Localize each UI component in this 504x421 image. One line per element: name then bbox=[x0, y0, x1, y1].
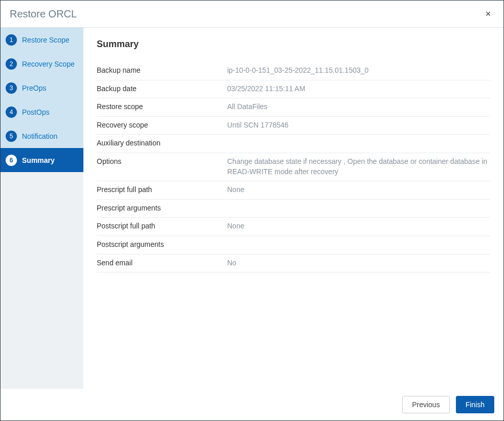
summary-label: Recovery scope bbox=[97, 116, 227, 135]
wizard-sidebar: 1 Restore Scope 2 Recovery Scope 3 PreOp… bbox=[1, 28, 83, 389]
close-button[interactable]: × bbox=[482, 8, 494, 20]
summary-row-restore-scope: Restore scope All DataFiles bbox=[97, 98, 490, 117]
summary-row-recovery-scope: Recovery scope Until SCN 1778546 bbox=[97, 116, 490, 135]
summary-row-prescript-arguments: Prescript arguments bbox=[97, 199, 490, 218]
sidebar-item-restore-scope[interactable]: 1 Restore Scope bbox=[1, 28, 83, 52]
step-number-icon: 6 bbox=[6, 155, 17, 166]
summary-value bbox=[227, 199, 490, 218]
summary-value: ip-10-0-0-151_03-25-2022_11.15.01.1503_0 bbox=[227, 62, 490, 80]
step-number-icon: 5 bbox=[6, 131, 17, 142]
summary-label: Postscript arguments bbox=[97, 236, 227, 254]
summary-value: Until SCN 1778546 bbox=[227, 116, 490, 135]
summary-value: Change database state if necessary , Ope… bbox=[227, 153, 490, 181]
sidebar-item-label: Notification bbox=[22, 132, 57, 140]
dialog-footer: Previous Finish bbox=[1, 389, 503, 420]
sidebar-item-notification[interactable]: 5 Notification bbox=[1, 124, 83, 148]
summary-value: None bbox=[227, 218, 490, 236]
summary-label: Restore scope bbox=[97, 98, 227, 117]
summary-value: All DataFiles bbox=[227, 98, 490, 117]
main-panel: Summary Backup name ip-10-0-0-151_03-25-… bbox=[83, 28, 503, 389]
summary-row-postscript-arguments: Postscript arguments bbox=[97, 236, 490, 254]
step-number-icon: 2 bbox=[6, 58, 17, 70]
dialog-body: 1 Restore Scope 2 Recovery Scope 3 PreOp… bbox=[1, 28, 503, 389]
summary-label: Options bbox=[97, 153, 227, 181]
summary-label: Backup name bbox=[97, 62, 227, 80]
summary-label: Prescript full path bbox=[97, 181, 227, 200]
dialog-header: Restore ORCL × bbox=[1, 1, 503, 28]
summary-value: No bbox=[227, 254, 490, 272]
summary-value bbox=[227, 135, 490, 153]
summary-row-backup-name: Backup name ip-10-0-0-151_03-25-2022_11.… bbox=[97, 62, 490, 80]
summary-value bbox=[227, 236, 490, 254]
sidebar-item-label: Summary bbox=[22, 156, 55, 164]
summary-row-options: Options Change database state if necessa… bbox=[97, 153, 490, 181]
sidebar-item-label: Restore Scope bbox=[22, 36, 70, 44]
sidebar-item-recovery-scope[interactable]: 2 Recovery Scope bbox=[1, 52, 83, 76]
summary-row-prescript-path: Prescript full path None bbox=[97, 181, 490, 200]
sidebar-item-label: PostOps bbox=[22, 108, 50, 116]
finish-button[interactable]: Finish bbox=[456, 396, 494, 413]
summary-value: None bbox=[227, 181, 490, 200]
summary-value: 03/25/2022 11:15:11 AM bbox=[227, 80, 490, 98]
sidebar-item-label: Recovery Scope bbox=[22, 60, 75, 68]
summary-row-postscript-path: Postscript full path None bbox=[97, 218, 490, 236]
summary-label: Backup date bbox=[97, 80, 227, 98]
summary-label: Auxiliary destination bbox=[97, 135, 227, 153]
sidebar-item-postops[interactable]: 4 PostOps bbox=[1, 100, 83, 124]
page-heading: Summary bbox=[97, 39, 490, 50]
sidebar-item-label: PreOps bbox=[22, 84, 46, 92]
summary-table: Backup name ip-10-0-0-151_03-25-2022_11.… bbox=[97, 62, 490, 272]
step-number-icon: 1 bbox=[6, 34, 17, 46]
sidebar-item-summary[interactable]: 6 Summary bbox=[1, 148, 83, 172]
step-number-icon: 3 bbox=[6, 82, 17, 94]
sidebar-item-preops[interactable]: 3 PreOps bbox=[1, 76, 83, 100]
close-icon: × bbox=[486, 9, 491, 19]
summary-label: Send email bbox=[97, 254, 227, 272]
summary-label: Postscript full path bbox=[97, 218, 227, 236]
summary-label: Prescript arguments bbox=[97, 199, 227, 218]
step-number-icon: 4 bbox=[6, 107, 17, 118]
dialog-title: Restore ORCL bbox=[10, 8, 77, 20]
restore-dialog: Restore ORCL × 1 Restore Scope 2 Recover… bbox=[0, 0, 504, 421]
summary-row-backup-date: Backup date 03/25/2022 11:15:11 AM bbox=[97, 80, 490, 98]
previous-button[interactable]: Previous bbox=[402, 396, 449, 413]
summary-row-send-email: Send email No bbox=[97, 254, 490, 272]
summary-row-auxiliary-destination: Auxiliary destination bbox=[97, 135, 490, 153]
